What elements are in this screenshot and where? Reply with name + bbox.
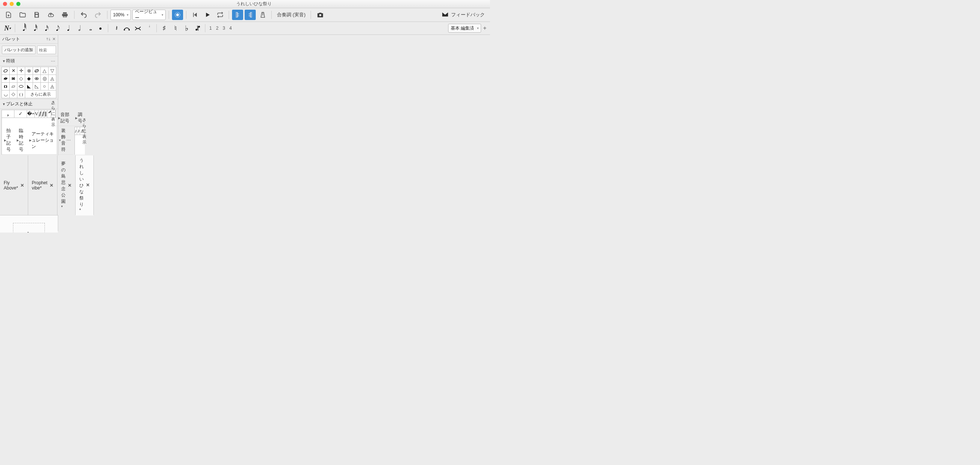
notehead-item[interactable]: ▱ [10,83,18,91]
doc-tab[interactable]: Fly Above*✕ [0,155,28,215]
gracenotes-more-button[interactable]: さらに表示 [84,127,85,135]
palette-group-clefs[interactable]: ▶音部記号 [56,110,73,126]
screenshot-button[interactable] [314,10,326,20]
notehead-item[interactable]: ◬ [49,75,56,83]
noteheads-more-button[interactable]: さらに表示 [25,91,56,98]
notehead-item[interactable]: ( ) [18,91,25,98]
slur-button[interactable] [133,22,143,34]
redo-button[interactable] [92,10,104,20]
cloud-save-button[interactable] [45,10,57,20]
doc-tab[interactable]: 夢の島思念公園*✕ [57,155,76,215]
eighth-note-button[interactable]: 𝅘𝅥𝅮 [51,22,61,34]
half-note-button[interactable]: 𝅗𝅥 [73,22,83,34]
palette-group-gracenotes[interactable]: ▼装飾音符⋯ [56,126,73,154]
breath-item[interactable]: � 𝄐 V ∥ ∥ ‖ 𝄓 さらに表示 [27,110,56,118]
notehead-item[interactable]: △ [41,67,49,75]
notehead-item[interactable] [33,75,41,83]
note-input-dropdown[interactable]: N▾ [2,22,13,34]
workspace-select[interactable]: 基本 編集済 [448,24,481,33]
new-file-button[interactable] [2,10,15,20]
palette-group-timesig[interactable]: ▶拍子記号 [2,126,14,154]
score-title-frame[interactable]: うれしいひな祭り [13,223,45,232]
close-tab-icon[interactable]: ✕ [68,183,72,188]
play-button[interactable] [202,10,213,20]
zoom-window-button[interactable] [16,2,21,6]
rewind-button[interactable] [189,10,200,20]
notehead-item[interactable]: ◺ [33,83,41,91]
close-tab-icon[interactable]: ✕ [50,183,53,188]
metronome-button[interactable] [257,10,268,20]
breath-item[interactable]: ‖ [45,110,48,118]
breath-item[interactable]: 𝄐 [32,110,35,118]
score-title[interactable]: うれしいひな祭り [21,229,37,232]
notehead-item[interactable]: ◆ [25,75,33,83]
notehead-item[interactable]: ▽ [49,67,56,75]
score-viewport[interactable]: うれしいひな祭り ♩ = 130 𝄞 ♭ ♭ 4 4 [0,215,58,232]
voice-4-button[interactable]: 4 [228,25,234,31]
notehead-item[interactable] [2,75,10,83]
save-button[interactable] [30,10,43,20]
note-input-mode-button[interactable] [172,10,183,20]
undo-button[interactable] [78,10,90,20]
flat-button[interactable]: ♭ [181,22,192,34]
notehead-item[interactable]: ◡ [2,91,10,98]
breaths-more-button[interactable]: さらに表示 [51,110,56,118]
zoom-select[interactable]: 100% [110,10,131,20]
breath-item[interactable]: ∥ [41,110,45,118]
notehead-item[interactable]: ◇ [10,91,18,98]
palette-group-accidentals[interactable]: ▶臨時記号 [14,126,27,154]
voice-1-button[interactable]: 1 [208,25,213,31]
breath-item[interactable]: ∥ [38,110,41,118]
voice-2-button[interactable]: 2 [214,25,220,31]
notehead-item[interactable]: ○ [41,83,49,91]
notehead-item[interactable] [33,67,41,75]
concert-pitch-button[interactable]: 合奏調 (実音) [275,11,308,18]
add-workspace-button[interactable]: + [482,25,488,32]
64th-note-button[interactable]: 𝅘𝅥𝅱 [18,22,28,34]
breath-item[interactable]: 𝄓 [48,110,51,118]
close-tab-icon[interactable]: ✕ [21,183,24,188]
notehead-item[interactable] [2,67,10,75]
close-tab-icon[interactable]: ✕ [86,182,90,188]
16th-note-button[interactable]: 𝅘𝅥𝅯 [40,22,50,34]
notehead-item[interactable]: ⊗ [25,67,33,75]
breath-item[interactable]: ✓ [14,110,27,118]
doc-tab-active[interactable]: うれしいひな祭り*✕ [76,155,94,215]
palette-undock-icon[interactable]: ⫯⫰ [46,37,51,41]
notehead-item[interactable]: ◇ [18,75,25,83]
open-file-button[interactable] [16,10,29,20]
minimize-window-button[interactable] [10,2,14,6]
natural-button[interactable]: ♮ [170,22,180,34]
quarter-note-button[interactable]: 𝅘𝅥 [62,22,72,34]
palette-close-icon[interactable]: ✕ [52,37,56,41]
palette-group-menu-icon[interactable]: ⋯ [66,138,71,143]
view-mode-select[interactable]: ページビュー [132,10,166,20]
notehead-item[interactable] [10,75,18,83]
notehead-item[interactable]: ◬ [49,83,56,91]
palette-group-breaths[interactable]: ▼ ブレスと休止 ⋯ [0,99,58,109]
notehead-item[interactable]: ◎ [41,75,49,83]
notehead-item[interactable]: ◣ [25,83,33,91]
notehead-item[interactable]: ✕ [10,67,18,75]
feedback-button[interactable]: フィードバック [439,11,488,18]
palette-search-input[interactable] [37,46,56,54]
loop-button[interactable] [215,10,226,20]
flip-button[interactable] [192,22,203,34]
breath-item[interactable]: V [35,110,38,118]
dot-button[interactable]: ● [95,22,106,34]
palette-group-menu-icon[interactable]: ⋯ [51,59,56,64]
marcato-button[interactable]: 𝆭 [144,22,154,34]
gracenote-item[interactable]: ♪ [77,127,80,135]
sharp-button[interactable]: ♯ [159,22,169,34]
notehead-item[interactable] [18,83,25,91]
notehead-item[interactable]: ✛ [18,67,25,75]
doc-tab[interactable]: Prophet vibe*✕ [28,155,57,215]
repeat-end-button[interactable] [245,10,256,20]
palette-group-noteheads[interactable]: ▼ 符頭 ⋯ [0,56,58,66]
repeat-start-button[interactable] [232,10,243,20]
voice-3-button[interactable]: 3 [221,25,227,31]
print-button[interactable] [59,10,71,20]
tie-button[interactable] [122,22,132,34]
notehead-item[interactable] [2,83,10,91]
breath-item[interactable]: , [2,110,14,118]
